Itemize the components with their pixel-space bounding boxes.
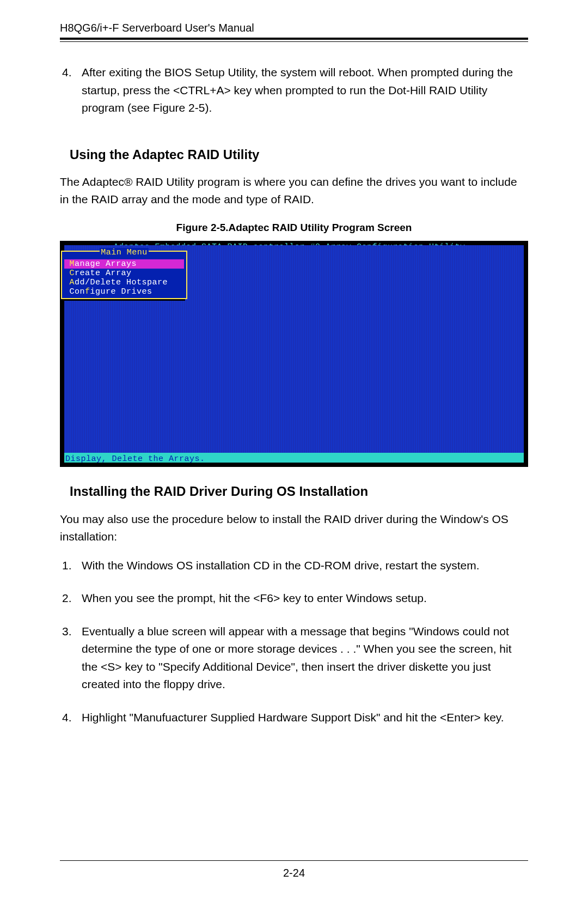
header-title: H8QG6/i+-F Serverboard User's Manual [60,22,528,34]
page-number: 2-24 [0,867,588,879]
list-item-4: 4. After exiting the BIOS Setup Utility,… [82,64,528,117]
main-menu-box: Main Menu Manage Arrays Create Array Add… [61,251,187,299]
step-text: When you see the prompt, hit the <F6> ke… [82,592,427,604]
step-number: 3. [62,623,72,641]
step-text: Highlight "Manufuacturer Supplied Hardwa… [82,711,504,724]
menu-item-add-delete-hotspare[interactable]: Add/Delete Hotspare [64,278,184,287]
step-item-2: 2. When you see the prompt, hit the <F6>… [82,590,528,608]
step-number: 4. [62,709,72,727]
step-number: 1. [62,557,72,575]
body-content: 4. After exiting the BIOS Setup Utility,… [60,64,528,726]
menu-item-configure-drives[interactable]: Configure Drives [64,287,184,296]
main-menu-title: Main Menu [64,246,184,259]
step-text: Eventually a blue screen will appear wit… [82,625,512,691]
continuation-list: 4. After exiting the BIOS Setup Utility,… [60,64,528,117]
section-heading-adaptec: Using the Adaptec RAID Utility [70,144,528,165]
manual-page: H8QG6/i+-F Serverboard User's Manual 4. … [0,0,588,899]
list-item-number: 4. [62,64,72,82]
bios-screenshot: ═══ Adaptec Embedded SATA RAID controlle… [60,241,528,467]
menu-item-manage-arrays[interactable]: Manage Arrays [64,259,184,269]
list-item-text: After exiting the BIOS Setup Utility, th… [82,66,513,114]
step-item-3: 3. Eventually a blue screen will appear … [82,623,528,694]
header-rule [60,38,528,42]
bios-status-bar: Display, Delete the Arrays. [64,453,524,463]
step-text: With the Windows OS installation CD in t… [82,559,480,572]
footer-rule [60,860,528,861]
section-paragraph: You may also use the procedure below to … [60,511,528,546]
step-number: 2. [62,590,72,608]
step-item-1: 1. With the Windows OS installation CD i… [82,557,528,575]
section-heading-install-driver: Installing the RAID Driver During OS Ins… [70,481,528,501]
step-item-4: 4. Highlight "Manufuacturer Supplied Har… [82,709,528,727]
section-paragraph: The Adaptec® RAID Utility program is whe… [60,173,528,209]
figure-caption: Figure 2-5.Adaptec RAID Utility Program … [60,220,528,235]
menu-item-create-array[interactable]: Create Array [64,269,184,278]
install-steps-list: 1. With the Windows OS installation CD i… [60,557,528,727]
